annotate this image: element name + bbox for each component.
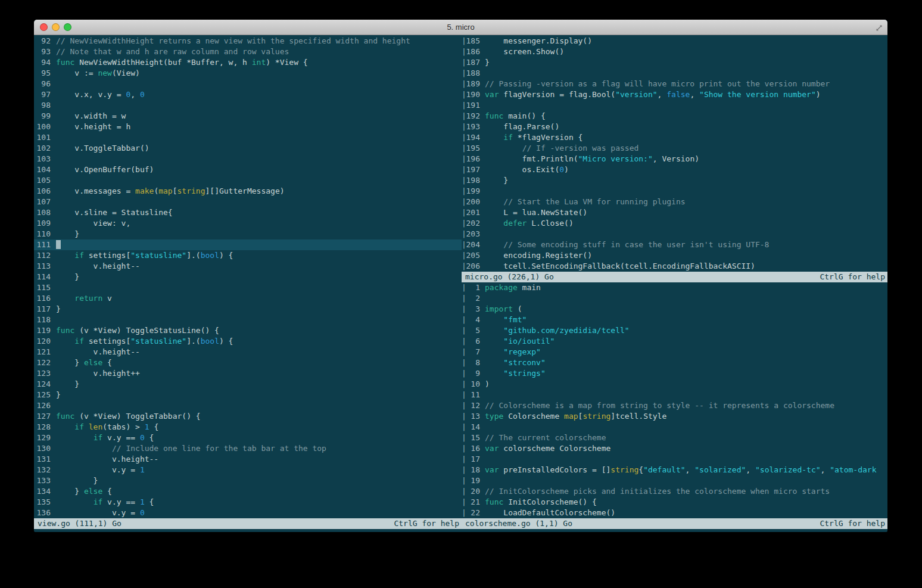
code-line[interactable]: 92// NewViewWidthHeight returns a new vi… [34, 36, 462, 46]
code-line[interactable]: |2 [462, 293, 887, 304]
code-text: tcell.SetEncodingFallback(tcell.Encoding… [485, 261, 755, 272]
code-line[interactable]: |13type Colorscheme map[string]tcell.Sty… [462, 411, 887, 422]
minimize-button[interactable] [52, 23, 60, 31]
code-line[interactable]: |187} [462, 57, 887, 68]
code-line[interactable]: 123 v.height++ [34, 368, 462, 379]
code-line[interactable]: 129 if v.y == 0 { [34, 433, 462, 443]
code-line[interactable]: 112 if settings["statusline"].(bool) { [34, 250, 462, 261]
code-line[interactable]: |14 [462, 422, 887, 433]
code-line[interactable]: 122 } else { [34, 357, 462, 368]
code-line[interactable]: |205 encoding.Register() [462, 250, 887, 261]
code-line[interactable]: |189// Passing -version as a flag will h… [462, 79, 887, 89]
editor-pane-micro-go[interactable]: |185 messenger.Display()|186 screen.Show… [462, 36, 887, 272]
code-line[interactable]: |6 "io/ioutil" [462, 336, 887, 347]
code-line[interactable]: |188 [462, 68, 887, 79]
code-line[interactable]: 109 view: v, [34, 218, 462, 229]
code-line[interactable]: 105 [34, 175, 462, 186]
code-line[interactable]: 106 v.messages = make(map[string][]Gutte… [34, 186, 462, 197]
code-line[interactable]: |8 "strconv" [462, 357, 887, 368]
code-text: "github.com/zyedidia/tcell" [485, 325, 630, 336]
close-button[interactable] [40, 23, 48, 31]
code-line[interactable]: 115 [34, 282, 462, 293]
code-line[interactable]: |17 [462, 454, 887, 465]
code-line[interactable]: |15// The current colorscheme [462, 433, 887, 443]
code-line[interactable]: 132 v.y = 1 [34, 465, 462, 475]
code-line[interactable]: 133 } [34, 475, 462, 486]
code-line[interactable]: 94func NewViewWidthHeight(buf *Buffer, w… [34, 57, 462, 68]
code-line[interactable]: |9 "strings" [462, 368, 887, 379]
code-line[interactable]: |196 fmt.Println("Micro version:", Versi… [462, 154, 887, 164]
code-line[interactable]: |194 if *flagVersion { [462, 132, 887, 143]
code-line[interactable]: |11 [462, 390, 887, 400]
code-line[interactable]: 127func (v *View) ToggleTabbar() { [34, 411, 462, 422]
code-line[interactable]: 131 v.height-- [34, 454, 462, 465]
code-line[interactable]: 126 [34, 400, 462, 411]
code-line[interactable]: 100 v.height = h [34, 122, 462, 132]
code-line[interactable]: 98 [34, 100, 462, 111]
code-line[interactable]: |206 tcell.SetEncodingFallback(tcell.Enc… [462, 261, 887, 272]
split-divider: | [462, 347, 466, 357]
code-line[interactable]: 97 v.x, v.y = 0, 0 [34, 89, 462, 100]
code-line[interactable]: |1package main [462, 282, 887, 293]
code-line[interactable]: 93// Note that w and h are raw column an… [34, 46, 462, 57]
code-line[interactable]: 120 if settings["statusline"].(bool) { [34, 336, 462, 347]
code-line[interactable]: 108 v.sline = Statusline{ [34, 207, 462, 218]
code-line[interactable]: 99 v.width = w [34, 111, 462, 122]
code-line[interactable]: 104 v.OpenBuffer(buf) [34, 164, 462, 175]
code-line[interactable]: |12// Colorscheme is a map from string t… [462, 400, 887, 411]
code-line[interactable]: |22 LoadDefaultColorscheme() [462, 508, 887, 518]
code-line[interactable]: 119func (v *View) ToggleStatusLine() { [34, 325, 462, 336]
code-line[interactable]: 118 [34, 315, 462, 325]
editor-pane-colorscheme-go[interactable]: |1package main|2|3import (|4 "fmt"|5 "gi… [462, 282, 887, 518]
code-line[interactable]: 114 } [34, 272, 462, 282]
code-line[interactable]: 136 v.y = 0 [34, 508, 462, 518]
code-line[interactable]: |3import ( [462, 304, 887, 315]
code-line[interactable]: |199 [462, 186, 887, 197]
code-line[interactable]: |197 os.Exit(0) [462, 164, 887, 175]
code-line[interactable]: |186 screen.Show() [462, 46, 887, 57]
code-line[interactable]: 107 [34, 197, 462, 207]
code-line[interactable]: |190var flagVersion = flag.Bool("version… [462, 89, 887, 100]
code-line[interactable]: 128 if len(tabs) > 1 { [34, 422, 462, 433]
code-line[interactable]: |203 [462, 229, 887, 239]
code-line[interactable]: 101 [34, 132, 462, 143]
code-line[interactable]: 103 [34, 154, 462, 164]
code-line[interactable]: |20// InitColorscheme picks and initiali… [462, 486, 887, 497]
code-line[interactable]: 116 return v [34, 293, 462, 304]
code-line[interactable]: 121 v.height-- [34, 347, 462, 357]
editor-pane-view-go[interactable]: 92// NewViewWidthHeight returns a new vi… [34, 36, 462, 518]
title-bar[interactable]: 5. micro [34, 20, 887, 35]
code-line[interactable]: 113 v.height-- [34, 261, 462, 272]
code-line[interactable]: 117} [34, 304, 462, 315]
code-line[interactable]: |18var preInstalledColors = []string{"de… [462, 465, 887, 475]
code-line[interactable]: 95 v := new(View) [34, 68, 462, 79]
code-line[interactable]: 110 } [34, 229, 462, 239]
code-line[interactable]: |7 "regexp" [462, 347, 887, 357]
code-line[interactable]: |195 // If -version was passed [462, 143, 887, 154]
code-line[interactable]: |10) [462, 379, 887, 390]
code-line[interactable]: |193 flag.Parse() [462, 122, 887, 132]
resize-icon[interactable] [875, 23, 883, 32]
code-line[interactable]: 124 } [34, 379, 462, 390]
zoom-button[interactable] [64, 23, 71, 31]
code-line[interactable]: 102 v.ToggleTabbar() [34, 143, 462, 154]
code-line[interactable]: 134 } else { [34, 486, 462, 497]
code-line[interactable]: |16var colorscheme Colorscheme [462, 443, 887, 454]
code-line[interactable]: |19 [462, 475, 887, 486]
code-line[interactable]: |192func main() { [462, 111, 887, 122]
code-line[interactable]: |198 } [462, 175, 887, 186]
code-line[interactable]: 135 if v.y == 1 { [34, 497, 462, 508]
code-line[interactable]: |202 defer L.Close() [462, 218, 887, 229]
code-line[interactable]: 125} [34, 390, 462, 400]
code-line[interactable]: 130 // Include one line for the tab bar … [34, 443, 462, 454]
code-line[interactable]: |204 // Some encoding stuff in case the … [462, 239, 887, 250]
code-line[interactable]: |21func InitColorscheme() { [462, 497, 887, 508]
code-line[interactable]: 111 [34, 239, 462, 250]
code-line[interactable]: 96 [34, 79, 462, 89]
code-line[interactable]: |185 messenger.Display() [462, 36, 887, 46]
code-line[interactable]: |191 [462, 100, 887, 111]
code-line[interactable]: |4 "fmt" [462, 315, 887, 325]
code-line[interactable]: |201 L = lua.NewState() [462, 207, 887, 218]
code-line[interactable]: |200 // Start the Lua VM for running plu… [462, 197, 887, 207]
code-line[interactable]: |5 "github.com/zyedidia/tcell" [462, 325, 887, 336]
